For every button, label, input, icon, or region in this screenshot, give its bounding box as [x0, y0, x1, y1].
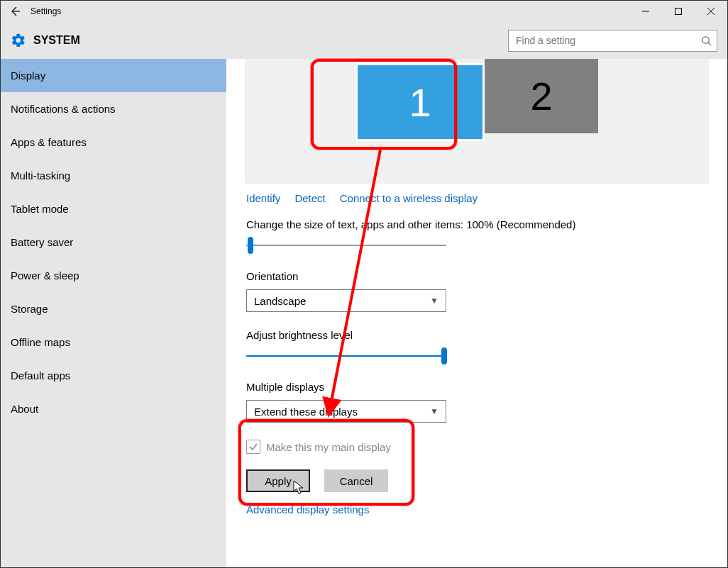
- minimize-icon: [642, 8, 649, 15]
- close-icon: [707, 8, 715, 15]
- sidebar-item-notifications[interactable]: Notifications & actions: [1, 92, 226, 126]
- cancel-button[interactable]: Cancel: [324, 469, 388, 492]
- orientation-value: Landscape: [254, 295, 306, 307]
- svg-line-5: [708, 43, 711, 45]
- sidebar-item-tabletmode[interactable]: Tablet mode: [1, 192, 226, 225]
- body: Display Notifications & actions Apps & f…: [1, 59, 727, 567]
- monitor-1-label: 1: [409, 79, 431, 126]
- identify-link[interactable]: Identify: [246, 192, 280, 204]
- sidebar-item-battery[interactable]: Battery saver: [1, 225, 226, 259]
- sidebar-item-defaultapps[interactable]: Default apps: [1, 359, 226, 392]
- monitor-2-label: 2: [530, 73, 552, 119]
- sidebar-item-label: Apps & features: [11, 136, 87, 148]
- brightness-slider[interactable]: [246, 348, 446, 364]
- sidebar-item-label: Storage: [11, 303, 48, 315]
- window-controls: [629, 1, 727, 22]
- sidebar-item-offlinemaps[interactable]: Offline maps: [1, 325, 226, 359]
- chevron-down-icon: ▼: [430, 296, 439, 306]
- apply-button[interactable]: Apply: [246, 469, 310, 492]
- gear-icon: [11, 33, 26, 48]
- content-scroll[interactable]: 1 2 Identify Detect Connect to a wireles…: [226, 59, 727, 567]
- content-area: 1 2 Identify Detect Connect to a wireles…: [226, 59, 727, 567]
- search-input[interactable]: [509, 35, 695, 46]
- apply-cancel-row: Apply Cancel: [246, 469, 707, 492]
- wireless-display-link[interactable]: Connect to a wireless display: [340, 192, 478, 204]
- svg-point-4: [702, 36, 708, 43]
- sidebar: Display Notifications & actions Apps & f…: [1, 59, 226, 567]
- advanced-display-link[interactable]: Advanced display settings: [246, 503, 707, 516]
- back-arrow-icon: [9, 6, 21, 17]
- monitor-2[interactable]: 2: [485, 59, 598, 133]
- multiple-displays-label: Multiple displays: [246, 381, 707, 393]
- brightness-slider-thumb[interactable]: [441, 347, 447, 364]
- main-display-label: Make this my main display: [266, 441, 391, 453]
- detect-link[interactable]: Detect: [294, 192, 325, 204]
- sidebar-item-label: Power & sleep: [11, 269, 79, 282]
- sidebar-item-storage[interactable]: Storage: [1, 292, 226, 325]
- scale-slider-thumb[interactable]: [248, 237, 253, 254]
- sidebar-item-label: Offline maps: [11, 336, 70, 348]
- scale-label: Change the size of text, apps and other …: [246, 218, 707, 230]
- titlebar: Settings: [1, 1, 727, 22]
- header-left: SYSTEM: [11, 33, 80, 48]
- checkmark-icon: [248, 442, 258, 452]
- minimize-button[interactable]: [629, 1, 662, 22]
- orientation-select[interactable]: Landscape ▼: [246, 289, 446, 312]
- system-heading: SYSTEM: [33, 34, 80, 47]
- sidebar-item-label: Tablet mode: [11, 203, 69, 215]
- back-button[interactable]: [5, 1, 25, 21]
- settings-window: Settings SYSTEM: [0, 0, 728, 568]
- sidebar-item-label: About: [11, 403, 38, 415]
- orientation-label: Orientation: [246, 270, 707, 282]
- display-arrangement[interactable]: 1 2: [245, 59, 709, 184]
- sidebar-item-label: Notifications & actions: [11, 103, 116, 115]
- close-button[interactable]: [695, 1, 727, 22]
- display-links: Identify Detect Connect to a wireless di…: [246, 192, 707, 204]
- multiple-displays-value: Extend these displays: [254, 406, 358, 418]
- sidebar-item-apps[interactable]: Apps & features: [1, 126, 226, 159]
- search-box[interactable]: [508, 30, 717, 52]
- sidebar-item-label: Battery saver: [11, 236, 73, 248]
- sidebar-item-display[interactable]: Display: [1, 59, 226, 92]
- sidebar-item-label: Display: [11, 69, 45, 82]
- chevron-down-icon: ▼: [430, 406, 439, 416]
- main-display-checkbox[interactable]: [246, 440, 260, 454]
- sidebar-item-about[interactable]: About: [1, 392, 226, 425]
- main-display-row: Make this my main display: [246, 440, 707, 454]
- monitor-1[interactable]: 1: [355, 63, 485, 141]
- svg-rect-1: [675, 9, 682, 15]
- sidebar-item-label: Default apps: [11, 369, 70, 382]
- titlebar-left: Settings: [5, 1, 61, 21]
- scale-slider[interactable]: [246, 238, 446, 253]
- search-icon: [695, 35, 717, 46]
- sidebar-item-multitasking[interactable]: Multi-tasking: [1, 159, 226, 192]
- window-title: Settings: [31, 6, 61, 16]
- brightness-label: Adjust brightness level: [246, 329, 707, 341]
- header-bar: SYSTEM: [1, 22, 727, 59]
- multiple-displays-select[interactable]: Extend these displays ▼: [246, 400, 446, 423]
- sidebar-item-power[interactable]: Power & sleep: [1, 259, 226, 292]
- maximize-button[interactable]: [662, 1, 695, 22]
- sidebar-item-label: Multi-tasking: [11, 169, 70, 182]
- maximize-icon: [675, 8, 682, 15]
